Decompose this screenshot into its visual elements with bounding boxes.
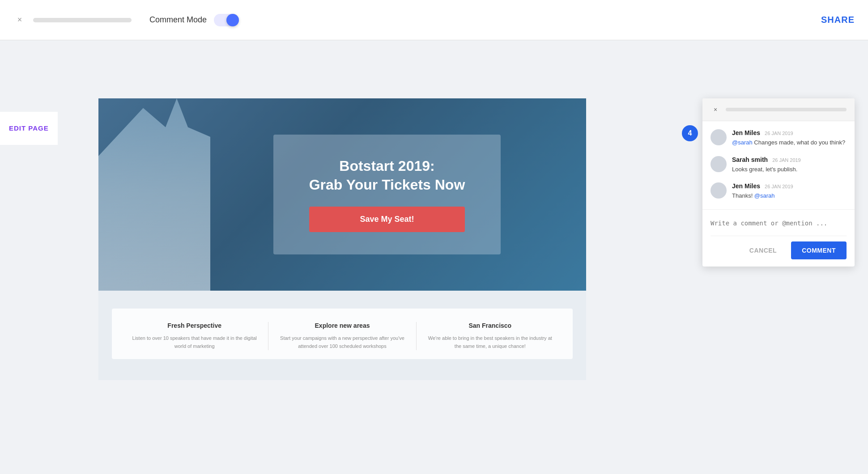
comment-mode-label: Comment Mode [149,15,207,25]
comment-panel-bar [726,108,847,111]
comment-mention-3: @sarah [754,192,775,199]
close-icon: × [714,106,717,113]
comment-thread: Jen Miles 26 JAN 2019 @sarah Changes mad… [702,121,855,200]
progress-bar [33,18,132,22]
comment-author-2: Sarah smith [732,156,768,163]
avatar-sarah [711,156,727,172]
comment-item-1: Jen Miles 26 JAN 2019 @sarah Changes mad… [711,129,847,147]
hero-content: Botstart 2019: Grab Your Tickets Now Sav… [273,135,501,254]
comment-submit-button[interactable]: COMMENT [791,241,847,259]
comment-actions: CANCEL COMMENT [711,236,847,259]
top-bar: × Comment Mode SHARE [0,0,868,40]
comment-text-content-2: Looks great, let's publish. [732,166,797,173]
feature-item-1: Fresh Perspective Listen to over 10 spea… [121,322,268,350]
close-icon: × [17,15,22,25]
comment-date-2: 26 JAN 2019 [772,157,801,163]
features-section: Fresh Perspective Listen to over 10 spea… [98,291,586,380]
feature-item-2: Explore new areas Start your campaigns w… [268,322,416,350]
comment-author-1: Jen Miles [732,129,760,136]
cancel-button[interactable]: CANCEL [740,241,786,259]
comment-item-3: Jen Miles 26 JAN 2019 Thanks! @sarah [711,182,847,200]
comment-meta-2: Sarah smith 26 JAN 2019 [732,156,801,163]
feature-title-3: San Francisco [425,322,555,329]
comment-item-2: Sarah smith 26 JAN 2019 Looks great, let… [711,156,847,174]
toggle-thumb [226,14,239,26]
comment-badge[interactable]: 4 [682,125,698,141]
toggle-track[interactable] [214,14,239,26]
comment-panel-header: × [702,98,855,121]
comment-body-1: Jen Miles 26 JAN 2019 @sarah Changes mad… [732,129,845,147]
comment-text-2: Looks great, let's publish. [732,165,801,174]
avatar-jen-2 [711,182,727,199]
comment-text-content-1: Changes made, what do you think? [754,139,845,146]
feature-item-3: San Francisco We're able to bring in the… [417,322,564,350]
comment-text-1: @sarah Changes made, what do you think? [732,138,845,147]
comment-body-3: Jen Miles 26 JAN 2019 Thanks! @sarah [732,182,793,200]
comment-input[interactable] [711,216,847,230]
comment-author-3: Jen Miles [732,182,760,190]
edit-page-tab[interactable]: EDIT PAGE [0,112,58,145]
comment-body-2: Sarah smith 26 JAN 2019 Looks great, let… [732,156,801,174]
hero-cta-button[interactable]: Save My Seat! [309,207,465,232]
close-button[interactable]: × [13,14,26,26]
comment-meta-3: Jen Miles 26 JAN 2019 [732,182,793,190]
comment-mode-toggle[interactable] [214,14,239,26]
hero-section: Botstart 2019: Grab Your Tickets Now Sav… [98,98,586,291]
hero-title-line2: Grab Your Tickets Now [309,176,465,195]
hero-title-line1: Botstart 2019: [309,157,465,176]
comment-text-prefix-3: Thanks! [732,192,754,199]
comment-badge-count: 4 [688,129,692,137]
feature-title-1: Fresh Perspective [130,322,259,329]
edit-page-label: EDIT PAGE [9,124,49,132]
hero-title: Botstart 2019: Grab Your Tickets Now [309,157,465,194]
feature-text-1: Listen to over 10 speakers that have mad… [130,334,259,350]
comment-meta-1: Jen Miles 26 JAN 2019 [732,129,845,136]
comment-panel: × Jen Miles 26 JAN 2019 @sarah Changes m… [702,98,855,267]
canvas-area: EDIT PAGE Botstart 2019: Grab Your Ticke… [0,40,868,474]
feature-text-2: Start your campaigns with a new perspect… [277,334,407,350]
comment-panel-close-button[interactable]: × [711,105,720,114]
avatar-jen-1 [711,129,727,145]
comment-text-3: Thanks! @sarah [732,191,793,200]
comment-input-area: CANCEL COMMENT [702,209,855,267]
feature-title-2: Explore new areas [277,322,407,329]
preview-container: Botstart 2019: Grab Your Tickets Now Sav… [98,98,586,474]
comment-mention-1: @sarah [732,139,753,146]
comment-date-3: 26 JAN 2019 [765,184,793,189]
features-overlay: Fresh Perspective Listen to over 10 spea… [112,309,573,359]
comment-date-1: 26 JAN 2019 [765,131,793,136]
share-button[interactable]: SHARE [821,15,855,25]
feature-text-3: We're able to bring in the best speakers… [425,334,555,350]
